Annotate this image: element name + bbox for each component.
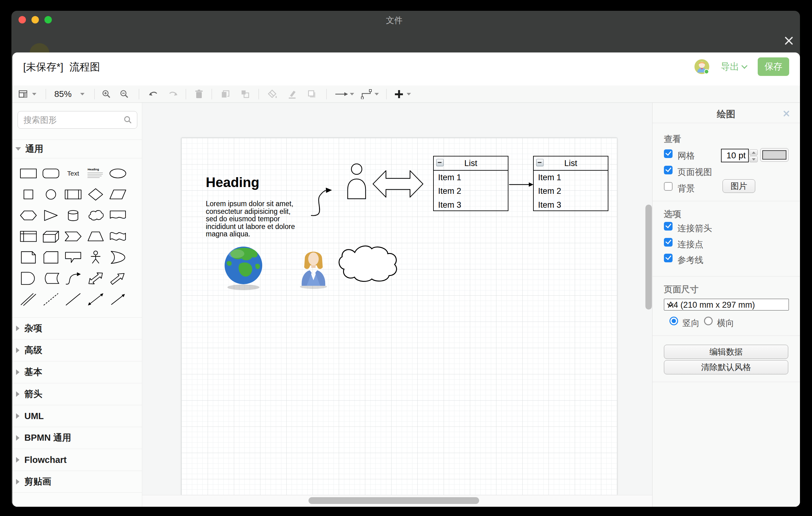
shape-square[interactable] bbox=[17, 185, 39, 204]
sidebar-section-6[interactable]: BPMN 通用 bbox=[12, 427, 142, 449]
page-view-button[interactable] bbox=[19, 89, 28, 99]
zoom-in-icon[interactable] bbox=[102, 89, 111, 99]
background-checkbox[interactable] bbox=[664, 182, 672, 191]
shape-dashed-line[interactable] bbox=[40, 290, 62, 309]
grid-size-up-button[interactable] bbox=[749, 149, 758, 155]
canvas-heading-text[interactable]: Heading bbox=[206, 175, 259, 190]
section-general[interactable]: 通用 bbox=[12, 140, 142, 158]
edit-data-button[interactable]: 编辑数据 bbox=[664, 345, 788, 359]
connection-arrow-icon[interactable] bbox=[335, 89, 348, 99]
double-arrow-shape[interactable] bbox=[372, 165, 424, 203]
vertical-scrollbar[interactable] bbox=[645, 205, 652, 310]
option-checkbox-3[interactable] bbox=[664, 254, 672, 262]
redo-icon[interactable] bbox=[168, 89, 178, 99]
waypoint-caret[interactable] bbox=[375, 89, 379, 99]
shape-note[interactable] bbox=[17, 248, 39, 267]
list-item[interactable]: Item 3 bbox=[438, 198, 461, 212]
shape-triangle[interactable] bbox=[40, 206, 62, 225]
panel-close-icon[interactable] bbox=[783, 110, 790, 117]
undo-icon[interactable] bbox=[149, 89, 158, 99]
insert-caret[interactable] bbox=[407, 89, 411, 99]
shape-step[interactable] bbox=[62, 227, 84, 246]
grid-checkbox[interactable] bbox=[664, 149, 672, 158]
option-checkbox-2[interactable] bbox=[664, 238, 672, 247]
list-item[interactable]: Item 1 bbox=[538, 171, 561, 184]
search-input[interactable] bbox=[23, 113, 126, 127]
page-view-checkbox[interactable] bbox=[664, 166, 672, 174]
shape-arrow[interactable] bbox=[107, 269, 129, 288]
shape-circle[interactable] bbox=[40, 185, 62, 204]
shape-bidirectional-arrow[interactable] bbox=[85, 290, 107, 309]
shape-document[interactable] bbox=[107, 206, 129, 225]
fill-color-icon[interactable] bbox=[268, 89, 278, 99]
grid-size-input[interactable] bbox=[721, 149, 749, 162]
sidebar-section-4[interactable]: 箭头 bbox=[12, 383, 142, 405]
avatar[interactable] bbox=[694, 59, 709, 75]
shape-trapezoid[interactable] bbox=[85, 227, 107, 246]
waypoint-style-icon[interactable] bbox=[361, 89, 372, 99]
grid-color-button[interactable] bbox=[760, 148, 788, 162]
page-view-caret[interactable] bbox=[32, 89, 36, 99]
close-icon[interactable] bbox=[784, 35, 794, 46]
sidebar-section-2[interactable]: 高级 bbox=[12, 339, 142, 361]
person-shape[interactable] bbox=[346, 163, 367, 199]
list-shape-2[interactable]: List Item 1Item 2Item 3 bbox=[533, 156, 608, 211]
shape-data-storage[interactable] bbox=[40, 269, 62, 288]
shape-directional-arrow[interactable] bbox=[107, 290, 129, 309]
insert-icon[interactable] bbox=[394, 89, 404, 99]
shape-rounded-rectangle[interactable] bbox=[40, 164, 62, 183]
globe-clipart[interactable] bbox=[224, 245, 264, 291]
shape-process[interactable] bbox=[62, 185, 84, 204]
shape-cloud[interactable] bbox=[85, 206, 107, 225]
shape-card[interactable] bbox=[40, 248, 62, 267]
save-button[interactable]: 保存 bbox=[758, 57, 789, 76]
shape-cylinder[interactable] bbox=[62, 206, 84, 225]
grid-size-down-button[interactable] bbox=[749, 156, 758, 162]
delete-icon[interactable] bbox=[195, 89, 203, 99]
to-front-icon[interactable] bbox=[221, 89, 230, 99]
list-shape-1[interactable]: List Item 1Item 2Item 3 bbox=[433, 156, 509, 211]
shadow-icon[interactable] bbox=[307, 89, 317, 99]
sidebar-section-5[interactable]: UML bbox=[12, 405, 142, 427]
shape-link[interactable] bbox=[17, 290, 39, 309]
option-checkbox-1[interactable] bbox=[664, 222, 672, 231]
zoom-level[interactable]: 85% bbox=[54, 89, 71, 99]
connection-caret[interactable] bbox=[350, 89, 354, 99]
sidebar-section-8[interactable]: 剪贴画 bbox=[12, 470, 142, 492]
shape-tape[interactable] bbox=[107, 227, 129, 246]
search-icon[interactable] bbox=[123, 115, 132, 124]
shape-rectangle[interactable] bbox=[17, 164, 39, 183]
businesswoman-clipart[interactable] bbox=[297, 248, 329, 289]
canvas-paragraph-text[interactable]: Lorem ipsum dolor sit amet, consectetur … bbox=[206, 200, 302, 238]
curve-arrow-shape[interactable] bbox=[309, 181, 335, 218]
shape-textbox[interactable]: Heading bbox=[85, 164, 107, 183]
shape-callout[interactable] bbox=[62, 248, 84, 267]
shape-internal-storage[interactable] bbox=[17, 227, 39, 246]
page-size-select[interactable]: A4 (210 mm x 297 mm) bbox=[664, 299, 789, 311]
to-back-icon[interactable] bbox=[241, 89, 250, 99]
shape-and[interactable] bbox=[17, 269, 39, 288]
export-button[interactable]: 导出 bbox=[721, 60, 747, 73]
list-item[interactable]: Item 2 bbox=[438, 184, 461, 198]
shape-hexagon[interactable] bbox=[17, 206, 39, 225]
shape-or[interactable] bbox=[107, 248, 129, 267]
sidebar-section-3[interactable]: 基本 bbox=[12, 361, 142, 383]
horizontal-scrollbar[interactable] bbox=[309, 497, 479, 504]
shape-ellipse[interactable] bbox=[107, 164, 129, 183]
shape-text[interactable]: Text bbox=[62, 164, 84, 183]
list-item[interactable]: Item 2 bbox=[538, 184, 561, 198]
line-color-icon[interactable] bbox=[288, 89, 297, 99]
shape-diamond[interactable] bbox=[85, 185, 107, 204]
shape-cube[interactable] bbox=[40, 227, 62, 246]
orientation-radio-2[interactable] bbox=[704, 317, 713, 325]
shape-curve[interactable] bbox=[62, 269, 84, 288]
cloud-shape[interactable] bbox=[338, 241, 399, 284]
zoom-level-caret[interactable] bbox=[80, 89, 85, 99]
image-button[interactable]: 图片 bbox=[723, 179, 755, 193]
shape-two-way-arrow[interactable] bbox=[85, 269, 107, 288]
shape-actor[interactable] bbox=[85, 248, 107, 267]
sidebar-section-7[interactable]: Flowchart bbox=[12, 449, 142, 470]
shape-line[interactable] bbox=[62, 290, 84, 309]
orientation-radio-1[interactable] bbox=[669, 317, 678, 325]
document-title[interactable]: [未保存*] 流程图 bbox=[23, 60, 100, 75]
